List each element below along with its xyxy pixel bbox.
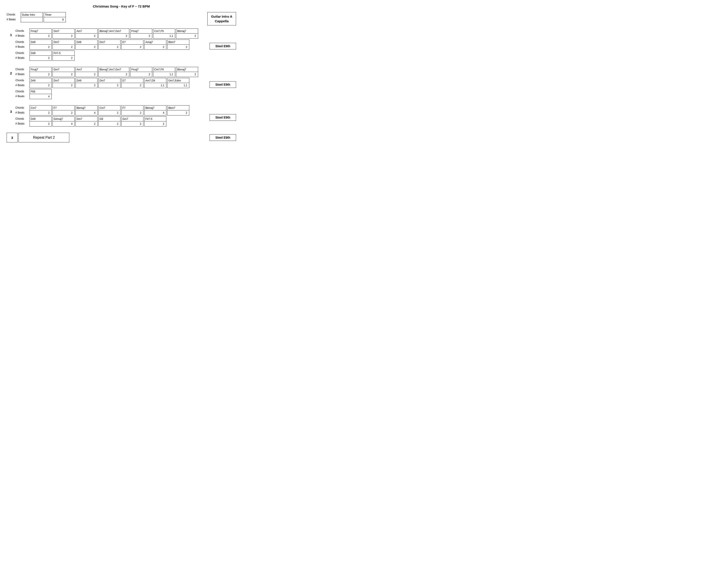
cell-cm7f9-s2r1: Cm7,F9 1,1: [153, 67, 175, 77]
section-3-label: 3: [7, 105, 15, 113]
cell-fmaj7b-s2r1: Fmaj7 2: [130, 67, 152, 77]
intro-tag: Guitar Intro ACappella: [207, 12, 236, 25]
s1-row3: Chords # Beats D#9 2 F#7-5 2: [15, 51, 207, 61]
cell-guitar-intro: Guitar Intro: [21, 12, 43, 22]
repeat-row: 3 Repeat Part 2 Steel E9th: [7, 133, 236, 142]
s3-row2-cells: D#9 2 G#maj7 4 Dm7 2 G9: [30, 116, 166, 126]
section-2-rows: Chords # Beats Fmaj7 2 Gm7 2 Am: [15, 67, 207, 100]
cell-amaj7-s1r2: Amaj7 2: [144, 39, 166, 50]
cell-bbmaj7-s1r1: Bbmaj7,Am7,Gm7 2: [98, 28, 129, 39]
cell-ds9a-s1r2: D#9 2: [30, 39, 52, 50]
s2-row2: Chords # Beats D#9 2 Dm7 2 D#9: [15, 78, 207, 88]
cell-bbmaj7b-s3r1: Bbmaj7 4: [144, 105, 166, 115]
cell-e7-s2r2: E7 2: [121, 78, 143, 88]
cell-gm7-s2r1: Gm7 2: [53, 67, 75, 77]
cell-e7-s1r2: E7 2: [121, 39, 143, 50]
s1-row1-labels: Chords # Beats: [15, 28, 29, 38]
intro-row: Chords # Beats Guitar Intro Timer 8: [7, 12, 205, 22]
cell-dm7-s2r2: Dm7 2: [53, 78, 75, 88]
chords-label: Chords: [15, 28, 29, 33]
cell-am7d9-s2r2: Am7,D9 1,1: [144, 78, 166, 88]
cell-gsmaj7-s3r2: G#maj7 4: [53, 116, 75, 126]
intro-content: Chords # Beats Guitar Intro Timer 8: [7, 12, 205, 25]
cell-am7-s1r1: Am7 2: [75, 28, 98, 39]
beats-val: 8: [44, 17, 66, 22]
beats-label: # Beats: [15, 33, 29, 38]
cell-bbmaj7c-s2r1: Bbmaj7 2: [176, 67, 198, 77]
cell-bbmaj7-s2r1: Bbmaj7,Am7,Gm7 2: [98, 67, 129, 77]
section-1-content: 1 Chords # Beats Fmaj7 2 Gm7: [7, 28, 207, 64]
cell-ds9b-s2r2: D#9 2: [75, 78, 98, 88]
page-title: Christmas Song - Key of F – 72 BPM: [7, 4, 236, 8]
cell-gm7-s3r2: Gm7 2: [121, 116, 143, 126]
section-1: 1 Chords # Beats Fmaj7 2 Gm7: [7, 28, 207, 62]
chords-label: Chords: [15, 39, 29, 44]
section-1-label: 1: [7, 28, 15, 37]
cell-ds9-s2r2: D#9 2: [30, 78, 52, 88]
cell-fmaj7-s2r1: Fmaj7 2: [30, 67, 52, 77]
chord-name: Guitar Intro: [21, 12, 43, 17]
section-2-wrapper: 2 Chords # Beats Fmaj7 2 Gm7: [7, 67, 236, 102]
section-1-rows: Chords # Beats Fmaj7 2 Gm7 2 Am: [15, 28, 207, 62]
cell-bbm7-s3r1: Bbm7 2: [167, 105, 189, 115]
s3-tag: Steel E9th: [210, 114, 236, 121]
cell-gm7-s1r1: Gm7 2: [53, 28, 75, 39]
s1-row2-cells: D#9 2 Dm7 2 D#9 2 Dm7 2: [30, 39, 189, 50]
beats-label: # Beats: [15, 55, 29, 60]
s3-row1-cells: Cm7 2 F7 2 Bbmaj7 4 Cm7: [30, 105, 189, 115]
s2-tag-col: Steel E9th: [207, 67, 236, 102]
section-3-wrapper: 3 Chords # Beats Cm7 2 F7: [7, 105, 236, 130]
s2-row3: Chords # Beats F69 4: [15, 89, 207, 99]
chords-label: Chords: [7, 12, 20, 17]
s3-tag-col: Steel E9th: [207, 105, 236, 130]
s2-tag: Steel E9th: [210, 81, 236, 88]
cell-fmaj7b-s1r1: Fmaj7 2: [130, 28, 152, 39]
s2-row1-cells: Fmaj7 2 Gm7 2 Am7 2 Bbmaj7,Am7,Gm7: [30, 67, 198, 77]
section-1-wrapper: 1 Chords # Beats Fmaj7 2 Gm7: [7, 28, 236, 64]
cell-gm7edim-s2r2: Gm7,Edim 1,1: [167, 78, 189, 88]
beats-label: # Beats: [7, 17, 20, 22]
cell-g9-s3r2: G9 2: [98, 116, 120, 126]
section-3: 3 Chords # Beats Cm7 2 F7: [7, 105, 207, 127]
cell-bbmaj7c-s1r1: Bbmaj7 2: [176, 28, 198, 39]
s1-tag-col: Steel E9th: [207, 28, 236, 64]
beats-val: [21, 17, 43, 22]
s3-row2-labels: Chords # Beats: [15, 116, 29, 126]
s1-tag: Steel E9th: [210, 43, 236, 49]
s1-row3-labels: Chords # Beats: [15, 51, 29, 60]
cell-fs75-s1r3: F#7-5 2: [53, 51, 75, 61]
s1-row2: Chords # Beats D#9 2 Dm7 2 D#9: [15, 39, 207, 50]
cell-bbmaj7-s3r1: Bbmaj7 4: [75, 105, 98, 115]
intro-chord-cells: Guitar Intro Timer 8: [21, 12, 66, 22]
repeat-tag-col: Steel E9th: [210, 134, 236, 141]
intro-row-labels: Chords # Beats: [7, 12, 20, 22]
s3-row1: Chords # Beats Cm7 2 F7 2 Bbmaj: [15, 105, 207, 115]
cell-fs75-s3r2: F#7-5 2: [144, 116, 166, 126]
cell-ds9-s3r2: D#9 2: [30, 116, 52, 126]
cell-f69-s2r3: F69 4: [30, 89, 52, 99]
s2-row2-labels: Chords # Beats: [15, 78, 29, 88]
s1-row1-cells: Fmaj7 2 Gm7 2 Am7 2 Bbmaj7,Am7,Gm7: [30, 28, 198, 39]
section-2: 2 Chords # Beats Fmaj7 2 Gm7: [7, 67, 207, 100]
repeat-label: Repeat Part 2: [19, 133, 69, 142]
s3-row1-labels: Chords # Beats: [15, 105, 29, 115]
cell-ds9b-s1r2: D#9 2: [75, 39, 98, 50]
s2-row3-labels: Chords # Beats: [15, 89, 29, 99]
s2-row3-cells: F69 4: [30, 89, 52, 99]
repeat-num: 3: [7, 133, 18, 142]
s1-row1: Chords # Beats Fmaj7 2 Gm7 2 Am: [15, 28, 207, 39]
cell-f7-s3r1: F7 2: [53, 105, 75, 115]
s3-row2: Chords # Beats D#9 2 G#maj7 4 D: [15, 116, 207, 126]
cell-timer: Timer 8: [44, 12, 66, 22]
s1-row3-cells: D#9 2 F#7-5 2: [30, 51, 75, 61]
section-3-rows: Chords # Beats Cm7 2 F7 2 Bbmaj: [15, 105, 207, 127]
cell-ds9c-s1r3: D#9 2: [30, 51, 52, 61]
section-2-content: 2 Chords # Beats Fmaj7 2 Gm7: [7, 67, 207, 102]
cell-dm7-s3r2: Dm7 2: [75, 116, 98, 126]
cell-dm7b-s1r2: Dm7 2: [98, 39, 120, 50]
cell-f7b-s3r1: F7 2: [121, 105, 143, 115]
repeat-tag: Steel E9th: [210, 134, 236, 141]
intro-section: Chords # Beats Guitar Intro Timer 8 Guit…: [7, 12, 236, 25]
section-2-label: 2: [7, 67, 15, 75]
s1-row2-labels: Chords # Beats: [15, 39, 29, 49]
